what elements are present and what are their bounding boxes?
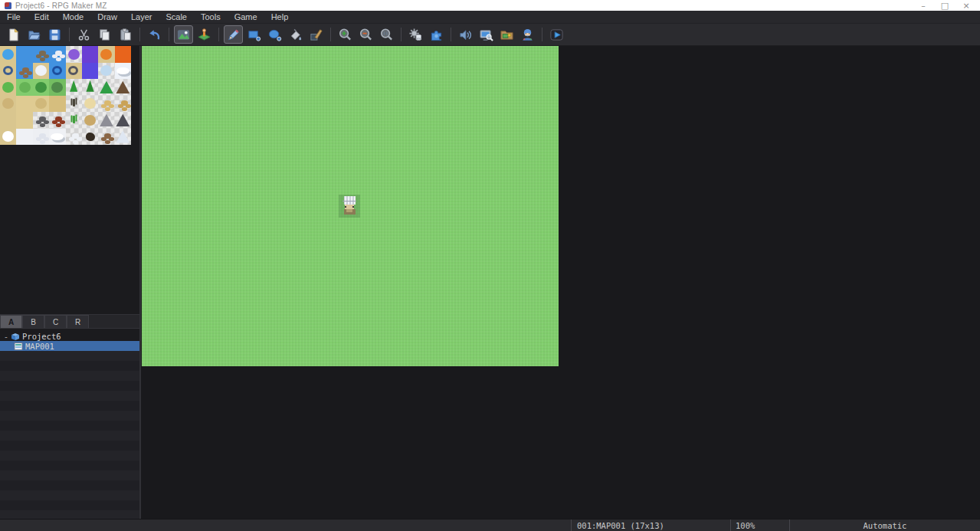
event-mode-button[interactable] [195,25,214,44]
palette-tile-44[interactable] [66,129,82,146]
plugin-manager-button[interactable] [427,25,446,44]
palette-tile-24[interactable] [0,96,16,113]
palette-tile-39[interactable] [115,112,131,129]
menu-item-mode[interactable]: Mode [56,11,91,23]
palette-tab-b[interactable]: B [22,315,44,328]
palette-tile-26[interactable] [33,96,49,113]
tree-item-project[interactable]: -Project6 [0,331,139,341]
actual-size-button[interactable] [377,25,396,44]
menu-item-file[interactable]: File [0,11,28,23]
close-button[interactable]: × [955,1,977,11]
menu-item-edit[interactable]: Edit [28,11,56,23]
palette-tile-31[interactable] [115,96,131,113]
ellipse-tool-button[interactable] [265,25,284,44]
rectangle-tool-button[interactable] [244,25,264,44]
palette-tile-17[interactable] [16,79,32,96]
tile-glyph [116,113,130,127]
palette-tile-0[interactable] [0,46,16,63]
pencil-tool-button[interactable] [224,25,243,44]
palette-tile-38[interactable] [98,112,114,129]
palette-tile-35[interactable] [49,112,65,129]
menu-item-draw[interactable]: Draw [90,11,124,23]
palette-tile-19[interactable] [49,79,65,96]
palette-tile-6[interactable] [98,46,114,63]
palette-tile-46[interactable] [98,129,114,146]
palette-tile-34[interactable] [33,112,49,129]
palette-tile-29[interactable] [82,96,98,113]
menu-item-game[interactable]: Game [228,11,264,23]
palette-tile-25[interactable] [16,96,32,113]
open-project-button[interactable] [25,25,44,44]
save-project-button[interactable] [45,25,64,44]
palette-tile-2[interactable] [33,46,49,63]
event-searcher-button[interactable] [477,25,496,44]
palette-tile-40[interactable] [0,129,16,146]
tile-glyph [22,67,29,73]
palette-tile-47[interactable] [115,129,131,146]
palette-tab-a[interactable]: A [0,315,22,328]
collapse-toggle-icon[interactable]: - [2,332,11,341]
palette-tile-41[interactable] [16,129,32,146]
copy-button[interactable] [95,25,114,44]
palette-tile-16[interactable] [0,79,16,96]
palette-tile-8[interactable] [0,63,16,80]
palette-tile-30[interactable] [98,96,114,113]
playtest-button[interactable] [547,25,566,44]
palette-tile-43[interactable] [49,129,65,146]
tile-glyph [121,100,128,106]
palette-tab-r[interactable]: R [67,315,89,328]
palette-tile-10[interactable] [33,63,49,80]
palette-tile-27[interactable] [49,96,65,113]
palette-tile-3[interactable] [49,46,65,63]
palette-tile-18[interactable] [33,79,49,96]
palette-tile-14[interactable] [98,63,114,80]
palette-tile-32[interactable] [0,112,16,129]
zoom-out-button[interactable] [356,25,375,44]
menu-item-help[interactable]: Help [264,11,296,23]
cut-icon [77,28,91,42]
palette-tile-5[interactable] [82,46,98,63]
palette-tile-37[interactable] [82,112,98,129]
database-button[interactable] [406,25,425,44]
cut-button[interactable] [74,25,93,44]
window-controls: – □ × [913,1,977,11]
maximize-button[interactable]: □ [934,1,955,11]
palette-tile-4[interactable] [66,46,82,63]
map-canvas[interactable] [142,46,559,366]
palette-tile-33[interactable] [16,112,32,129]
tile-glyph [116,67,129,74]
tree-item-map-map001[interactable]: MAP001 [0,341,139,351]
menu-item-layer[interactable]: Layer [124,11,159,23]
palette-tile-45[interactable] [82,129,98,146]
palette-tile-11[interactable] [49,63,65,80]
palette-tile-23[interactable] [115,79,131,96]
undo-button[interactable] [145,25,164,44]
minimize-button[interactable]: – [913,1,934,11]
menu-item-scale[interactable]: Scale [159,11,194,23]
palette-tile-13[interactable] [82,63,98,80]
flood-fill-tool-button[interactable] [286,25,305,44]
resource-manager-button[interactable] [497,25,516,44]
palette-tile-20[interactable] [66,79,82,96]
menu-item-tools[interactable]: Tools [194,11,228,23]
sound-test-button[interactable] [456,25,475,44]
palette-tile-36[interactable] [66,112,82,129]
zoom-in-button[interactable] [336,25,355,44]
palette-tab-c[interactable]: C [44,315,67,328]
tileset-palette[interactable] [0,46,139,314]
paste-button[interactable] [116,25,135,44]
player-start-sprite[interactable] [339,195,360,218]
map-mode-button[interactable] [174,25,193,44]
character-generator-button[interactable] [518,25,537,44]
shadow-pen-tool-button[interactable] [306,25,326,44]
palette-tile-28[interactable] [66,96,82,113]
palette-tile-12[interactable] [66,63,82,80]
palette-tile-7[interactable] [115,46,131,63]
palette-tile-15[interactable] [115,63,131,80]
palette-tile-22[interactable] [98,79,114,96]
palette-tile-1[interactable] [16,46,32,63]
palette-tile-42[interactable] [33,129,49,146]
new-project-button[interactable] [4,25,23,44]
palette-tile-9[interactable] [16,63,32,80]
palette-tile-21[interactable] [82,79,98,96]
